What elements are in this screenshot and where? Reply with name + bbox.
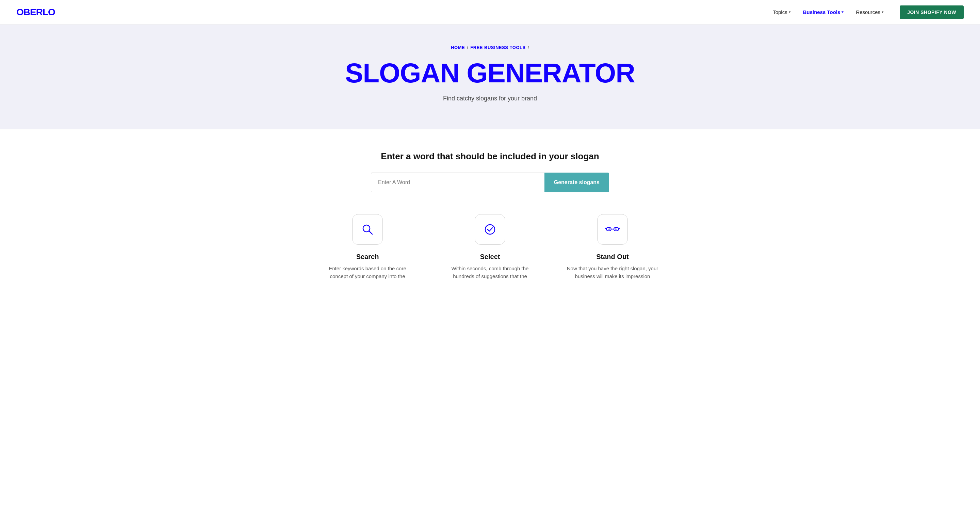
generator-section: Enter a word that should be included in … — [0, 129, 980, 314]
nav-item-topics[interactable]: Topics ▾ — [768, 6, 795, 18]
nav-item-resources[interactable]: Resources ▾ — [851, 6, 888, 18]
breadcrumb-section[interactable]: FREE BUSINESS TOOLS — [470, 45, 525, 50]
search-icon-wrap — [352, 214, 383, 245]
generate-button[interactable]: Generate slogans — [544, 172, 609, 192]
svg-point-2 — [485, 225, 495, 234]
feature-standout: Stand Out Now that you have the right sl… — [565, 214, 660, 280]
nav-divider — [894, 6, 894, 18]
standout-icon-wrap — [597, 214, 628, 245]
chevron-down-icon: ▾ — [882, 10, 884, 14]
search-icon — [360, 222, 375, 237]
feature-select-desc: Within seconds, comb through the hundred… — [442, 265, 538, 280]
logo[interactable]: OBERLO — [16, 7, 55, 18]
hero-section: HOME / FREE BUSINESS TOOLS / SLOGAN GENE… — [0, 24, 980, 129]
word-input[interactable] — [371, 172, 544, 192]
breadcrumb-separator-2: / — [528, 45, 529, 50]
feature-select-title: Select — [480, 253, 500, 261]
select-icon-wrap — [475, 214, 505, 245]
navbar: OBERLO Topics ▾ Business Tools ▾ Resourc… — [0, 0, 980, 24]
svg-rect-4 — [614, 228, 619, 231]
nav-business-tools-label: Business Tools — [803, 9, 840, 15]
join-shopify-button[interactable]: JOIN SHOPIFY NOW — [900, 5, 964, 19]
page-title: SLOGAN GENERATOR — [7, 60, 973, 87]
glasses-icon — [605, 222, 620, 237]
breadcrumb-home[interactable]: HOME — [451, 45, 465, 50]
feature-search-desc: Enter keywords based on the core concept… — [320, 265, 415, 280]
svg-point-9 — [609, 228, 610, 229]
feature-standout-desc: Now that you have the right slogan, your… — [565, 265, 660, 280]
feature-search: Search Enter keywords based on the core … — [320, 214, 415, 280]
breadcrumb: HOME / FREE BUSINESS TOOLS / — [7, 45, 973, 50]
generator-form: Generate slogans — [371, 172, 609, 192]
svg-point-11 — [617, 228, 617, 229]
chevron-down-icon: ▾ — [842, 10, 843, 14]
feature-search-title: Search — [356, 253, 379, 261]
nav-item-business-tools[interactable]: Business Tools ▾ — [798, 6, 849, 18]
svg-rect-3 — [606, 228, 611, 231]
svg-point-10 — [615, 228, 616, 229]
svg-line-1 — [369, 231, 372, 234]
checkmark-icon — [482, 222, 498, 237]
breadcrumb-separator-1: / — [467, 45, 468, 50]
feature-select: Select Within seconds, comb through the … — [442, 214, 538, 280]
generator-heading: Enter a word that should be included in … — [7, 151, 973, 162]
nav-resources-label: Resources — [856, 9, 880, 15]
features-section: Search Enter keywords based on the core … — [7, 214, 973, 301]
chevron-down-icon: ▾ — [789, 10, 791, 14]
svg-point-8 — [608, 228, 608, 229]
nav-topics-label: Topics — [773, 9, 788, 15]
feature-standout-title: Stand Out — [596, 253, 629, 261]
hero-subtitle: Find catchy slogans for your brand — [7, 95, 973, 102]
nav-links: Topics ▾ Business Tools ▾ Resources ▾ JO… — [768, 5, 964, 19]
